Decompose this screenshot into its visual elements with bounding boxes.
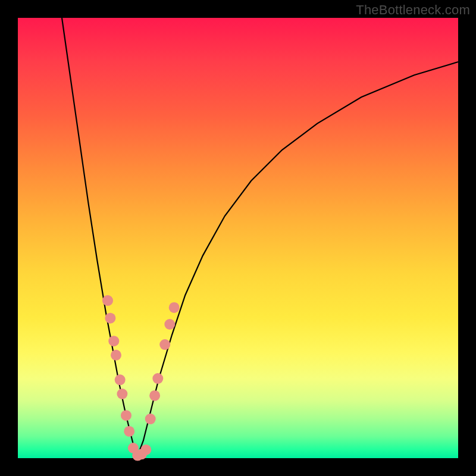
plot-area <box>18 18 458 458</box>
outer-frame: TheBottleneck.com <box>0 0 476 476</box>
marker-dot <box>121 410 131 421</box>
marker-dot <box>124 426 134 437</box>
marker-dot <box>169 302 180 313</box>
marker-dot <box>159 339 170 350</box>
marker-dot <box>164 319 175 330</box>
marker-dot <box>140 444 151 455</box>
marker-dot <box>108 336 119 346</box>
marker-dot <box>105 313 115 324</box>
marker-dot <box>152 373 163 384</box>
chart-svg <box>18 18 458 458</box>
marker-dot <box>117 389 127 399</box>
marker-dot <box>115 374 126 385</box>
marker-dot <box>145 414 156 424</box>
marker-dot <box>111 350 121 361</box>
marker-dot <box>149 390 160 401</box>
watermark-text: TheBottleneck.com <box>356 2 470 18</box>
bottleneck-curve-right <box>137 62 458 458</box>
marker-dots <box>102 295 180 461</box>
marker-dot <box>102 295 113 306</box>
